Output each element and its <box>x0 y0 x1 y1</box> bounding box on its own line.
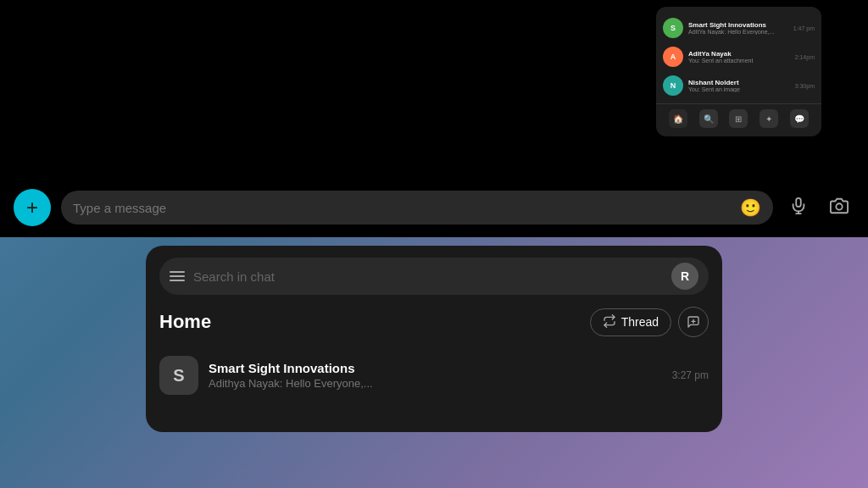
mini-chat-time-3: 3:30pm <box>795 83 815 89</box>
chat-name: Smart Sight Innovations <box>209 361 662 375</box>
thread-button[interactable]: Thread <box>590 308 671 336</box>
header-buttons: Thread <box>590 307 709 337</box>
mini-search-icon[interactable]: 🔍 <box>699 109 718 128</box>
svg-point-3 <box>836 203 842 209</box>
new-chat-icon <box>687 315 700 329</box>
hamburger-icon[interactable] <box>170 271 185 281</box>
home-header: Home Thread <box>159 307 709 337</box>
mini-bottom-bar: 🏠 🔍 ⊞ ✦ 💬 <box>656 103 821 130</box>
chat-avatar: S <box>159 356 198 395</box>
chat-info: Smart Sight Innovations Adithya Nayak: H… <box>209 361 662 390</box>
plus-button[interactable]: + <box>14 189 51 226</box>
mini-chat-name-2: AdItYa Nayak <box>688 50 790 58</box>
mini-chat-name-3: Nishant Noldert <box>688 79 790 86</box>
thread-label: Thread <box>621 315 659 329</box>
chat-preview: Adithya Nayak: Hello Everyone,... <box>209 377 662 390</box>
camera-button[interactable] <box>824 192 854 223</box>
mini-home-icon[interactable]: 🏠 <box>669 109 687 128</box>
mini-chat-icon[interactable]: 💬 <box>790 109 809 128</box>
mini-avatar-3: N <box>663 75 683 96</box>
mini-chat-panel: S Smart Sight Innovations AdItYa Nayak: … <box>656 7 821 136</box>
camera-icon <box>830 197 849 219</box>
mini-grid-icon[interactable]: ⊞ <box>729 109 748 128</box>
svg-rect-0 <box>796 197 801 206</box>
message-input-field[interactable]: Type a message 🙂 <box>61 191 773 225</box>
search-placeholder: Search in chat <box>193 269 663 284</box>
plus-icon: + <box>26 197 38 218</box>
new-chat-button[interactable] <box>678 307 709 337</box>
mini-chat-item-1[interactable]: S Smart Sight Innovations AdItYa Nayak: … <box>656 14 821 42</box>
mini-chat-text-1: Smart Sight Innovations AdItYa Nayak: He… <box>688 21 788 35</box>
avatar-label: R <box>681 269 689 283</box>
chat-list-item[interactable]: S Smart Sight Innovations Adithya Nayak:… <box>159 349 709 402</box>
chat-list: S Smart Sight Innovations Adithya Nayak:… <box>159 349 709 402</box>
mini-chat-preview-2: You: Sent an attachment <box>688 58 790 64</box>
mini-chat-time-1: 1:47 pm <box>793 25 815 31</box>
mini-avatar-2: A <box>663 47 683 67</box>
main-container: S Smart Sight Innovations AdItYa Nayak: … <box>0 0 868 488</box>
mini-chat-text-2: AdItYa Nayak You: Sent an attachment <box>688 50 790 64</box>
mini-chat-time-2: 2:14pm <box>795 54 815 60</box>
thread-icon <box>603 314 616 330</box>
message-placeholder: Type a message <box>73 201 733 215</box>
mini-chat-item-2[interactable]: A AdItYa Nayak You: Sent an attachment 2… <box>656 42 821 71</box>
mini-chat-text-3: Nishant Noldert You: Sent an image <box>688 79 790 92</box>
home-title: Home <box>159 311 211 333</box>
mini-chat-name-1: Smart Sight Innovations <box>688 21 788 29</box>
mini-star-icon[interactable]: ✦ <box>760 109 778 128</box>
mic-icon <box>789 197 808 219</box>
emoji-icon[interactable]: 🙂 <box>740 197 761 218</box>
mini-avatar-1: S <box>663 18 683 38</box>
mic-button[interactable] <box>783 192 814 223</box>
chat-time: 3:27 pm <box>672 369 709 381</box>
search-bar[interactable]: Search in chat R <box>159 258 709 295</box>
mini-chat-preview-1: AdItYa Nayak: Hello Everyone,... <box>688 29 788 35</box>
top-section: S Smart Sight Innovations AdItYa Nayak: … <box>0 0 868 237</box>
message-input-bar: + Type a message 🙂 <box>0 178 868 237</box>
mini-chat-preview-3: You: Sent an image <box>688 86 790 92</box>
bottom-section: Search in chat R Home <box>146 246 722 432</box>
mini-chat-item-3[interactable]: N Nishant Noldert You: Sent an image 3:3… <box>656 71 821 100</box>
user-avatar[interactable]: R <box>671 263 698 290</box>
